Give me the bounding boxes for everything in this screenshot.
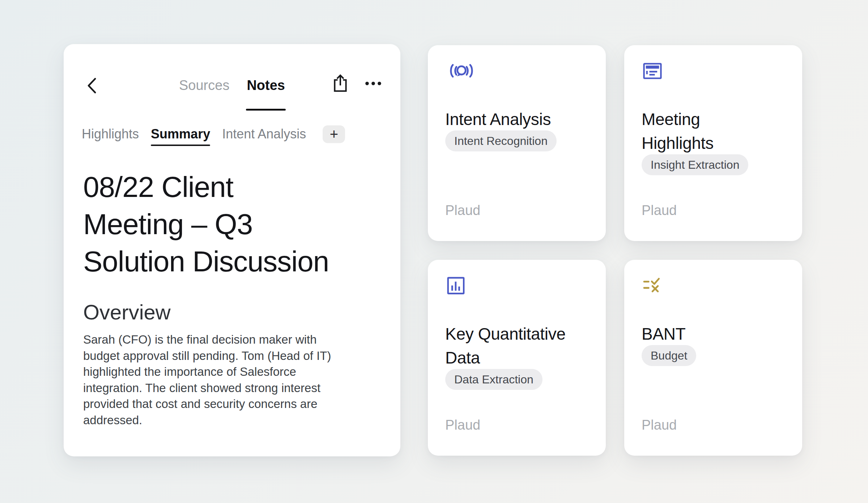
share-button[interactable] (331, 73, 349, 94)
meeting-notes-icon (642, 61, 663, 81)
ellipsis-icon (365, 81, 382, 86)
card-title: Intent Analysis (445, 107, 590, 131)
card-source-label: Plaud (445, 417, 480, 433)
more-options-button[interactable] (363, 77, 383, 90)
card-source-label: Plaud (445, 202, 480, 219)
tag-pill: Insight Extraction (642, 154, 748, 175)
tab-notes[interactable]: Notes (247, 76, 285, 98)
tab-highlights[interactable]: Highlights (82, 125, 139, 143)
tag-pill: Data Extraction (445, 369, 542, 390)
note-section-tabs: Highlights Summary Intent Analysis + (82, 125, 345, 143)
overview-paragraph: Sarah (CFO) is the final decision maker … (83, 332, 373, 428)
checklist-icon (642, 276, 663, 296)
template-card-bant[interactable]: BANT Budget Plaud (624, 260, 802, 456)
tag-pill: Intent Recognition (445, 130, 557, 151)
tab-sources[interactable]: Sources (179, 76, 229, 98)
intent-broadcast-icon (445, 61, 478, 81)
card-source-label: Plaud (642, 202, 677, 219)
add-tab-button[interactable]: + (323, 125, 345, 143)
tab-intent-analysis[interactable]: Intent Analysis (222, 125, 306, 143)
card-source-label: Plaud (642, 417, 677, 433)
share-icon (332, 73, 349, 94)
note-panel: Sources Notes Highlights Summary Intent … (64, 44, 400, 456)
template-card-key-quantitative-data[interactable]: Key Quantitative Data Data Extraction Pl… (428, 260, 606, 456)
back-button[interactable] (85, 77, 98, 95)
chevron-left-icon (86, 77, 97, 94)
top-nav: Sources Notes (64, 76, 400, 98)
note-title: 08/22 Client Meeting – Q3 Solution Discu… (83, 168, 380, 280)
overview-heading: Overview (83, 299, 171, 325)
bar-chart-icon (445, 276, 466, 296)
tab-summary[interactable]: Summary (151, 125, 210, 143)
card-title: Key Quantitative Data (445, 322, 590, 370)
template-card-intent-analysis[interactable]: Intent Analysis Intent Recognition Plaud (428, 45, 606, 241)
template-card-meeting-highlights[interactable]: Meeting Highlights Insight Extraction Pl… (624, 45, 802, 241)
card-title: Meeting Highlights (642, 107, 786, 155)
card-title: BANT (642, 322, 786, 346)
tag-pill: Budget (642, 345, 696, 366)
